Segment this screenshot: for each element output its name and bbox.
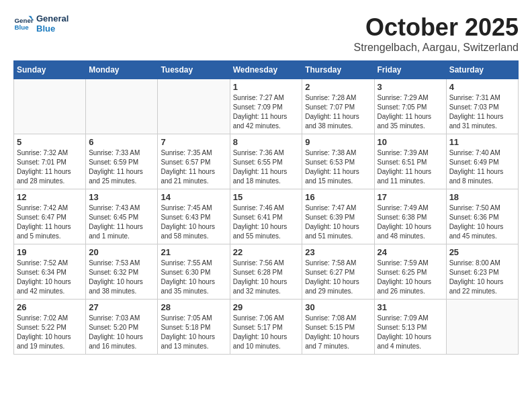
day-number: 17 xyxy=(378,192,443,202)
day-cell: 3Sunrise: 7:29 AM Sunset: 7:05 PM Daylig… xyxy=(374,79,446,134)
logo-line2: Blue xyxy=(36,24,69,34)
day-info: Sunrise: 7:02 AM Sunset: 5:22 PM Dayligh… xyxy=(17,314,83,351)
logo: General Blue General Blue xyxy=(13,13,69,34)
day-info: Sunrise: 7:39 AM Sunset: 6:51 PM Dayligh… xyxy=(378,148,443,186)
day-cell: 2Sunrise: 7:28 AM Sunset: 7:07 PM Daylig… xyxy=(302,79,374,134)
day-info: Sunrise: 7:49 AM Sunset: 6:38 PM Dayligh… xyxy=(378,203,443,241)
day-cell: 24Sunrise: 7:59 AM Sunset: 6:25 PM Dayli… xyxy=(374,244,446,300)
week-row-1: 5Sunrise: 7:32 AM Sunset: 7:01 PM Daylig… xyxy=(14,134,519,189)
day-number: 5 xyxy=(17,137,83,147)
day-number: 24 xyxy=(378,247,443,257)
day-cell: 18Sunrise: 7:50 AM Sunset: 6:36 PM Dayli… xyxy=(446,189,518,244)
day-info: Sunrise: 7:42 AM Sunset: 6:47 PM Dayligh… xyxy=(17,203,83,241)
day-cell: 7Sunrise: 7:35 AM Sunset: 6:57 PM Daylig… xyxy=(158,134,230,189)
day-cell xyxy=(158,79,230,134)
day-info: Sunrise: 7:50 AM Sunset: 6:36 PM Dayligh… xyxy=(449,203,515,241)
day-cell: 30Sunrise: 7:08 AM Sunset: 5:15 PM Dayli… xyxy=(302,300,374,355)
day-number: 3 xyxy=(378,82,443,92)
day-cell: 14Sunrise: 7:45 AM Sunset: 6:43 PM Dayli… xyxy=(158,189,230,244)
day-info: Sunrise: 7:05 AM Sunset: 5:18 PM Dayligh… xyxy=(161,314,226,351)
day-number: 30 xyxy=(305,302,371,312)
day-number: 4 xyxy=(449,82,515,92)
day-number: 23 xyxy=(305,247,371,257)
day-info: Sunrise: 7:53 AM Sunset: 6:32 PM Dayligh… xyxy=(89,259,154,296)
day-cell: 25Sunrise: 8:00 AM Sunset: 6:23 PM Dayli… xyxy=(446,244,518,300)
calendar-body: 1Sunrise: 7:27 AM Sunset: 7:09 PM Daylig… xyxy=(14,79,519,355)
day-number: 20 xyxy=(89,247,154,257)
day-info: Sunrise: 7:31 AM Sunset: 7:03 PM Dayligh… xyxy=(449,93,515,131)
day-number: 14 xyxy=(161,192,226,202)
month-title: October 2025 xyxy=(354,13,519,42)
day-cell: 8Sunrise: 7:36 AM Sunset: 6:55 PM Daylig… xyxy=(230,134,302,189)
weekday-header-saturday: Saturday xyxy=(446,61,518,79)
location-title: Strengelbach, Aargau, Switzerland xyxy=(354,42,519,54)
day-number: 7 xyxy=(161,137,226,147)
weekday-header-wednesday: Wednesday xyxy=(230,61,302,79)
day-number: 8 xyxy=(233,137,300,147)
day-number: 12 xyxy=(17,192,83,202)
day-cell: 28Sunrise: 7:05 AM Sunset: 5:18 PM Dayli… xyxy=(158,300,230,355)
day-cell: 23Sunrise: 7:58 AM Sunset: 6:27 PM Dayli… xyxy=(302,244,374,300)
day-cell: 22Sunrise: 7:56 AM Sunset: 6:28 PM Dayli… xyxy=(230,244,302,300)
day-number: 25 xyxy=(449,247,515,257)
day-cell: 11Sunrise: 7:40 AM Sunset: 6:49 PM Dayli… xyxy=(446,134,518,189)
day-cell: 21Sunrise: 7:55 AM Sunset: 6:30 PM Dayli… xyxy=(158,244,230,300)
day-cell: 5Sunrise: 7:32 AM Sunset: 7:01 PM Daylig… xyxy=(14,134,86,189)
day-info: Sunrise: 7:06 AM Sunset: 5:17 PM Dayligh… xyxy=(233,314,300,351)
day-info: Sunrise: 7:09 AM Sunset: 5:13 PM Dayligh… xyxy=(378,314,443,351)
day-info: Sunrise: 7:55 AM Sunset: 6:30 PM Dayligh… xyxy=(161,259,226,296)
day-number: 19 xyxy=(17,247,83,257)
day-cell: 31Sunrise: 7:09 AM Sunset: 5:13 PM Dayli… xyxy=(374,300,446,355)
logo-icon: General Blue xyxy=(13,13,34,34)
day-cell: 17Sunrise: 7:49 AM Sunset: 6:38 PM Dayli… xyxy=(374,189,446,244)
day-number: 27 xyxy=(89,302,154,312)
day-number: 6 xyxy=(89,137,154,147)
day-cell: 15Sunrise: 7:46 AM Sunset: 6:41 PM Dayli… xyxy=(230,189,302,244)
day-info: Sunrise: 7:33 AM Sunset: 6:59 PM Dayligh… xyxy=(89,148,154,186)
calendar: SundayMondayTuesdayWednesdayThursdayFrid… xyxy=(13,60,519,355)
day-cell xyxy=(86,79,158,134)
day-cell: 10Sunrise: 7:39 AM Sunset: 6:51 PM Dayli… xyxy=(374,134,446,189)
day-number: 26 xyxy=(17,302,83,312)
day-number: 22 xyxy=(233,247,300,257)
day-info: Sunrise: 7:08 AM Sunset: 5:15 PM Dayligh… xyxy=(305,314,371,351)
day-info: Sunrise: 7:56 AM Sunset: 6:28 PM Dayligh… xyxy=(233,259,300,296)
week-row-0: 1Sunrise: 7:27 AM Sunset: 7:09 PM Daylig… xyxy=(14,79,519,134)
day-cell: 4Sunrise: 7:31 AM Sunset: 7:03 PM Daylig… xyxy=(446,79,518,134)
day-cell: 12Sunrise: 7:42 AM Sunset: 6:47 PM Dayli… xyxy=(14,189,86,244)
week-row-2: 12Sunrise: 7:42 AM Sunset: 6:47 PM Dayli… xyxy=(14,189,519,244)
day-cell: 19Sunrise: 7:52 AM Sunset: 6:34 PM Dayli… xyxy=(14,244,86,300)
weekday-header-monday: Monday xyxy=(86,61,158,79)
day-cell: 29Sunrise: 7:06 AM Sunset: 5:17 PM Dayli… xyxy=(230,300,302,355)
day-cell xyxy=(446,300,518,355)
logo-line1: General xyxy=(36,13,69,24)
day-info: Sunrise: 7:36 AM Sunset: 6:55 PM Dayligh… xyxy=(233,148,300,186)
day-info: Sunrise: 7:29 AM Sunset: 7:05 PM Dayligh… xyxy=(378,93,443,131)
day-info: Sunrise: 7:47 AM Sunset: 6:39 PM Dayligh… xyxy=(305,203,371,241)
day-cell: 16Sunrise: 7:47 AM Sunset: 6:39 PM Dayli… xyxy=(302,189,374,244)
day-number: 29 xyxy=(233,302,300,312)
day-number: 11 xyxy=(449,137,515,147)
day-number: 18 xyxy=(449,192,515,202)
title-section: October 2025 Strengelbach, Aargau, Switz… xyxy=(354,13,519,54)
day-cell: 9Sunrise: 7:38 AM Sunset: 6:53 PM Daylig… xyxy=(302,134,374,189)
day-number: 9 xyxy=(305,137,371,147)
day-cell: 20Sunrise: 7:53 AM Sunset: 6:32 PM Dayli… xyxy=(86,244,158,300)
day-info: Sunrise: 7:32 AM Sunset: 7:01 PM Dayligh… xyxy=(17,148,83,186)
day-info: Sunrise: 7:52 AM Sunset: 6:34 PM Dayligh… xyxy=(17,259,83,296)
day-cell: 6Sunrise: 7:33 AM Sunset: 6:59 PM Daylig… xyxy=(86,134,158,189)
day-number: 2 xyxy=(305,82,371,92)
weekday-header-tuesday: Tuesday xyxy=(158,61,230,79)
week-row-3: 19Sunrise: 7:52 AM Sunset: 6:34 PM Dayli… xyxy=(14,244,519,300)
day-number: 13 xyxy=(89,192,154,202)
day-info: Sunrise: 7:35 AM Sunset: 6:57 PM Dayligh… xyxy=(161,148,226,186)
svg-text:Blue: Blue xyxy=(15,24,30,31)
day-number: 16 xyxy=(305,192,371,202)
day-cell: 1Sunrise: 7:27 AM Sunset: 7:09 PM Daylig… xyxy=(230,79,302,134)
weekday-header-friday: Friday xyxy=(374,61,446,79)
day-info: Sunrise: 7:45 AM Sunset: 6:43 PM Dayligh… xyxy=(161,203,226,241)
day-info: Sunrise: 7:59 AM Sunset: 6:25 PM Dayligh… xyxy=(378,259,443,296)
weekday-header-thursday: Thursday xyxy=(302,61,374,79)
day-number: 1 xyxy=(233,82,300,92)
calendar-header: SundayMondayTuesdayWednesdayThursdayFrid… xyxy=(14,61,519,79)
